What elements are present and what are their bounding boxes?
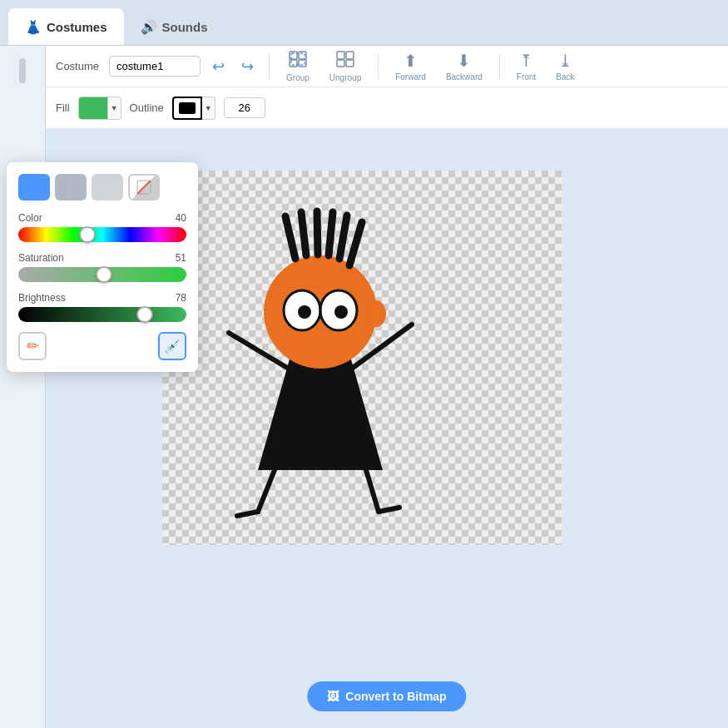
eyedropper-icon-btn[interactable]: 💉: [158, 332, 186, 360]
color-slider-header: Color 40: [18, 212, 186, 224]
svg-line-13: [237, 512, 258, 516]
outline-dropdown[interactable]: ▼: [202, 97, 215, 120]
fill-color-swatch[interactable]: [78, 97, 108, 120]
convert-bitmap-button[interactable]: 🖼 Convert to Bitmap: [307, 681, 466, 711]
front-label: Front: [517, 72, 536, 82]
front-button[interactable]: ⤒ Front: [510, 47, 542, 85]
forward-icon: ⬆: [404, 51, 418, 71]
fill-color-dropdown[interactable]: ▼: [108, 97, 121, 120]
tab-bar: 👗 Costumes 🔊 Sounds: [0, 0, 728, 46]
group-button[interactable]: Group: [280, 47, 316, 86]
svg-line-12: [258, 470, 275, 512]
svg-rect-32: [101, 181, 114, 194]
saturation-slider-label: Saturation: [18, 252, 64, 264]
transparent-color-btn[interactable]: [128, 174, 160, 201]
brightness-slider-value: 78: [176, 292, 186, 304]
back-button[interactable]: ⤓ Back: [549, 47, 581, 85]
costumes-icon: 👗: [25, 19, 42, 35]
svg-rect-6: [346, 52, 354, 59]
fill-color-container: ▼: [78, 97, 121, 120]
light-icon: [100, 180, 115, 195]
front-icon: ⤒: [519, 51, 533, 71]
eyedropper-icon: 💉: [164, 339, 181, 354]
color-mode-buttons: [18, 174, 186, 201]
color-slider-label: Color: [18, 212, 42, 224]
svg-line-14: [366, 470, 379, 512]
backward-button[interactable]: ⬇ Backward: [439, 47, 489, 85]
undo-button[interactable]: ↩: [207, 54, 230, 79]
costume-label: Costume: [56, 60, 99, 72]
fill-label: Fill: [56, 102, 70, 114]
outline-inner: [179, 102, 196, 114]
light-color-btn[interactable]: [92, 174, 123, 201]
saturation-slider-row: Saturation 51: [18, 252, 186, 282]
brightness-slider-track: [18, 307, 186, 322]
saturation-slider-track: [18, 267, 186, 282]
tab-costumes[interactable]: 👗 Costumes: [8, 8, 124, 45]
convert-bitmap-label: Convert to Bitmap: [345, 690, 446, 703]
color-slider-value: 40: [176, 212, 186, 224]
svg-rect-31: [64, 181, 77, 194]
outline-label: Outline: [130, 102, 164, 114]
saturation-slider-value: 51: [176, 252, 186, 264]
svg-line-22: [349, 222, 362, 265]
sounds-icon: 🔊: [141, 19, 157, 35]
character-svg: [162, 171, 478, 545]
toolbar-separator-3: [499, 54, 500, 79]
svg-rect-30: [27, 181, 41, 194]
pencil-icon: ✏: [27, 337, 39, 355]
lighter-icon: [63, 180, 78, 195]
saturation-slider-header: Saturation 51: [18, 252, 186, 264]
saturation-slider-input[interactable]: [18, 267, 186, 282]
solid-icon: [27, 180, 42, 195]
left-sidebar: [0, 46, 46, 728]
svg-point-27: [334, 305, 348, 319]
convert-bitmap-icon: 🖼: [327, 690, 339, 703]
solid-color-btn[interactable]: [18, 174, 50, 201]
back-icon: ⤓: [558, 51, 572, 71]
svg-point-23: [366, 300, 386, 327]
color-picker-popup: Color 40 Saturation 51 Brightness 78 ✏: [7, 162, 198, 372]
fill-outline-row: Fill ▼ Outline ▼: [46, 87, 728, 129]
outline-size-input[interactable]: [224, 97, 265, 118]
svg-marker-9: [258, 354, 383, 470]
outline-color-swatch[interactable]: [172, 97, 202, 120]
svg-line-15: [379, 508, 399, 512]
svg-rect-8: [346, 60, 354, 67]
svg-line-20: [329, 212, 333, 255]
color-slider-input[interactable]: [18, 227, 186, 242]
svg-line-21: [339, 215, 347, 259]
outline-color-container: ▼: [172, 97, 215, 120]
scroll-handle[interactable]: [19, 58, 26, 83]
toolbar-separator-2: [378, 54, 379, 79]
back-label: Back: [556, 72, 574, 82]
tab-sounds-label: Sounds: [162, 20, 208, 34]
brightness-slider-row: Brightness 78: [18, 292, 186, 322]
color-slider-track: [18, 227, 186, 242]
drawing-canvas[interactable]: [162, 171, 562, 545]
transparent-icon: [136, 180, 151, 195]
svg-line-17: [285, 216, 295, 259]
backward-icon: ⬇: [457, 51, 471, 71]
editor-panel: Costume ↩ ↪ Group: [46, 46, 728, 728]
forward-label: Forward: [395, 72, 426, 82]
brightness-slider-input[interactable]: [18, 307, 186, 322]
color-slider-row: Color 40: [18, 212, 186, 242]
tab-sounds[interactable]: 🔊 Sounds: [124, 8, 225, 45]
svg-line-18: [301, 212, 306, 255]
svg-rect-7: [337, 60, 344, 67]
picker-bottom: ✏ 💉: [18, 332, 186, 360]
brightness-slider-header: Brightness 78: [18, 292, 186, 304]
costume-name-input[interactable]: [109, 56, 201, 77]
main-content: Costume ↩ ↪ Group: [0, 46, 728, 728]
forward-button[interactable]: ⬆ Forward: [389, 47, 433, 85]
lighter-color-btn[interactable]: [55, 174, 87, 201]
pencil-icon-btn[interactable]: ✏: [18, 332, 47, 360]
toolbar-separator-1: [269, 54, 270, 79]
redo-button[interactable]: ↪: [236, 54, 259, 79]
ungroup-button[interactable]: Ungroup: [323, 47, 368, 86]
svg-line-34: [137, 181, 151, 194]
tab-costumes-label: Costumes: [47, 20, 107, 34]
backward-label: Backward: [446, 72, 483, 82]
ungroup-icon: [336, 51, 354, 72]
